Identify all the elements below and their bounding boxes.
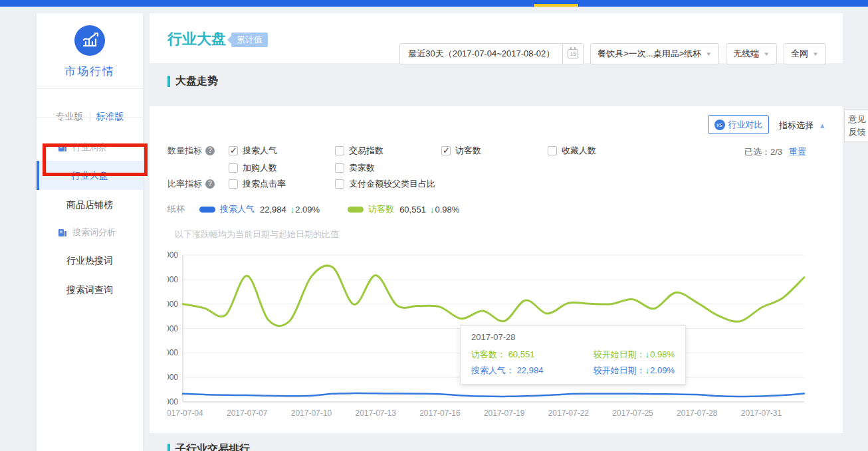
report-icon — [58, 143, 67, 152]
compare-button-label: 行业对比 — [728, 119, 763, 131]
checkbox-label: 加购人数 — [243, 162, 277, 174]
checkbox-sellers[interactable]: 卖家数 — [335, 162, 375, 174]
tooltip-change: 0.98% — [650, 349, 675, 359]
legend-series-name: 访客数 — [368, 203, 394, 215]
checkbox-icon[interactable] — [548, 146, 557, 155]
svg-text:70,000: 70,000 — [167, 275, 178, 284]
header-controls: 最近30天（2017-07-04~2017-08-02） 15 餐饮具>一次..… — [399, 43, 826, 64]
checkbox-search-ctr[interactable]: 搜索点击率 — [229, 178, 286, 190]
menu-group-label: 行业洞察 — [72, 141, 107, 153]
top-navigation-bar — [0, 0, 868, 7]
section-header-next: 子行业交易排行 — [167, 442, 250, 451]
section-title-text: 大盘走势 — [175, 74, 218, 88]
report-icon — [58, 228, 67, 237]
tooltip-row-visitors: 访客数： 60,551 较开始日期：↓0.98% — [471, 347, 675, 363]
svg-text:2017-07-13: 2017-07-13 — [355, 408, 396, 418]
sidebar-item-search-word-query[interactable]: 搜索词查询 — [37, 275, 143, 304]
chevron-down-icon: ▼ — [812, 51, 819, 57]
tooltip-series-name: 访客数： — [471, 349, 506, 359]
date-range-text[interactable]: 最近30天（2017-07-04~2017-08-02） — [400, 43, 563, 64]
reset-link[interactable]: 重置 — [789, 147, 806, 157]
section-header-trend: 大盘走势 — [167, 74, 218, 88]
industry-compare-button[interactable]: vs 行业对比 — [708, 115, 769, 134]
sidebar-item-industry-dashboard[interactable]: 行业大盘 — [37, 161, 143, 190]
checkbox-label: 交易指数 — [349, 145, 383, 157]
checkbox-icon[interactable] — [335, 179, 344, 189]
svg-text:2017-07-10: 2017-07-10 — [291, 408, 332, 418]
vs-icon: vs — [714, 120, 725, 130]
ratio-indicator-text: 比率指标 — [167, 178, 202, 190]
sidebar-item-product-shop-ranking[interactable]: 商品店铺榜 — [37, 190, 143, 219]
legend-series-name: 搜索人气 — [220, 203, 255, 215]
legend-series-change: 0.98% — [435, 205, 459, 215]
legend-pill-visitors[interactable] — [348, 207, 364, 213]
market-trend-logo-icon — [74, 25, 105, 56]
help-icon[interactable]: ? — [205, 146, 215, 155]
svg-text:40,000: 40,000 — [167, 348, 178, 357]
checkbox-favorites[interactable]: 收藏人数 — [548, 145, 596, 157]
tooltip-date: 2017-07-28 — [471, 332, 675, 342]
feedback-button[interactable]: 意见 反馈 — [844, 109, 868, 142]
indicator-select-label: 指标选择 — [779, 120, 814, 130]
scope-select-value: 全网 — [791, 48, 808, 60]
checkbox-icon[interactable] — [229, 179, 238, 189]
svg-text:2017-07-25: 2017-07-25 — [612, 408, 653, 418]
page-header: 行业大盘 累计值 最近30天（2017-07-04~2017-08-02） 15… — [150, 13, 843, 63]
chart-note: 以下涨跌幅均为当前日期与起始日期的比值 — [175, 228, 339, 240]
checkbox-visitors[interactable]: 访客数 — [441, 145, 481, 157]
checkbox-payment-ratio[interactable]: 支付金额较父类目占比 — [335, 178, 435, 190]
checkbox-label: 支付金额较父类目占比 — [349, 178, 435, 190]
terminal-select-value: 无线端 — [733, 48, 759, 60]
checkbox-icon[interactable] — [229, 163, 238, 173]
tooltip-change: 2.09% — [650, 365, 675, 375]
section-tick-bar — [167, 444, 170, 451]
category-select-value: 餐饮具>一次...桌用品>纸杯 — [597, 48, 701, 60]
scope-select[interactable]: 全网 ▼ — [784, 43, 826, 64]
checkbox-search-popularity[interactable]: 搜索人气 — [229, 145, 277, 157]
page-title: 行业大盘 — [167, 29, 226, 49]
checkbox-label: 搜索人气 — [243, 145, 277, 157]
sidebar-menu: 行业洞察 行业大盘 商品店铺榜 搜索词分析 行业热搜词 搜索词查询 — [37, 134, 143, 304]
svg-text:60,000: 60,000 — [167, 300, 178, 309]
tooltip-series-value: 60,551 — [508, 349, 535, 359]
calendar-button[interactable]: 15 — [563, 43, 583, 64]
legend-series-value: 22,984 — [260, 205, 286, 215]
indicator-select-toggle[interactable]: 指标选择 ▲ — [779, 120, 826, 132]
down-arrow-icon: ↓ — [430, 205, 435, 215]
checkbox-icon[interactable] — [441, 146, 451, 155]
checkbox-transaction-index[interactable]: 交易指数 — [335, 145, 383, 157]
checkbox-icon[interactable] — [335, 163, 344, 173]
quantity-indicator-label: 数量指标 ? — [167, 145, 215, 157]
chevron-up-icon: ▲ — [819, 122, 826, 130]
svg-text:2017-07-16: 2017-07-16 — [419, 408, 461, 418]
svg-text:20,000: 20,000 — [167, 397, 178, 406]
feedback-label-line2: 反馈 — [849, 126, 866, 138]
chevron-down-icon: ▼ — [705, 51, 712, 57]
date-range-picker[interactable]: 最近30天（2017-07-04~2017-08-02） 15 — [399, 43, 584, 64]
divider — [37, 117, 143, 118]
sidebar-item-hot-search-words[interactable]: 行业热搜词 — [37, 246, 143, 275]
checkbox-add-cart[interactable]: 加购人数 — [229, 162, 277, 174]
checkbox-icon[interactable] — [335, 146, 344, 155]
quantity-indicator-text: 数量指标 — [167, 145, 202, 157]
help-icon[interactable]: ? — [205, 179, 215, 189]
ratio-indicator-label: 比率指标 ? — [167, 178, 215, 190]
down-arrow-icon: ↓ — [645, 349, 650, 359]
svg-text:2017-07-22: 2017-07-22 — [548, 408, 590, 418]
feedback-label-line1: 意见 — [849, 113, 866, 126]
tooltip-series-value: 22,984 — [517, 365, 544, 375]
menu-group-industry-insight: 行业洞察 — [37, 134, 143, 161]
svg-text:50,000: 50,000 — [167, 324, 178, 333]
next-section-title-text: 子行业交易排行 — [175, 442, 250, 451]
legend-pill-search[interactable] — [199, 207, 215, 213]
checkbox-icon[interactable] — [229, 146, 238, 155]
menu-group-label: 搜索词分析 — [72, 226, 116, 238]
calendar-icon: 15 — [568, 49, 578, 58]
legend-category: 纸杯 — [167, 203, 185, 215]
checkbox-label: 收藏人数 — [562, 145, 596, 157]
terminal-select[interactable]: 无线端 ▼ — [726, 43, 777, 64]
app-title: 市场行情 — [37, 64, 143, 79]
svg-text:2017-07-04: 2017-07-04 — [167, 408, 203, 418]
active-tab-indicator — [534, 4, 578, 7]
category-select[interactable]: 餐饮具>一次...桌用品>纸杯 ▼ — [590, 43, 719, 64]
